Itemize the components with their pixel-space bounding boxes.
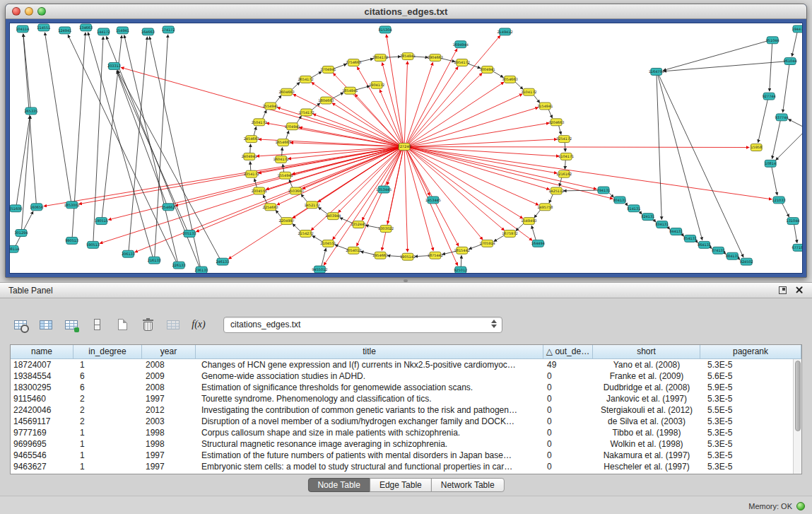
- row-height-icon[interactable]: [86, 315, 107, 334]
- table-cell[interactable]: Estimation of significance thresholds fo…: [196, 382, 543, 393]
- graph-edge[interactable]: [794, 224, 797, 243]
- close-window-button[interactable]: [12, 7, 20, 16]
- table-row[interactable]: 1938455462009Genome-wide association stu…: [11, 370, 793, 382]
- graph-node[interactable]: 1854941: [342, 87, 358, 94]
- graph-edge[interactable]: [117, 71, 166, 204]
- graph-node[interactable]: 927744: [763, 93, 776, 100]
- graph-edge[interactable]: [565, 143, 565, 152]
- graph-edge[interactable]: [461, 255, 461, 267]
- window-titlebar[interactable]: citations_edges.txt: [6, 4, 806, 19]
- table-row[interactable]: 969969511998Structural magnetic resonanc…: [11, 438, 793, 450]
- table-cell[interactable]: 5.9E-5: [700, 382, 793, 393]
- graph-edge[interactable]: [286, 131, 289, 139]
- table-cell[interactable]: Estimation of the future numbers of pati…: [196, 450, 543, 461]
- graph-node[interactable]: 108114: [10, 245, 19, 252]
- graph-edge[interactable]: [16, 116, 30, 205]
- graph-node[interactable]: 15958: [751, 144, 762, 151]
- graph-edge[interactable]: [23, 34, 30, 107]
- table-cell[interactable]: Corpus callosum shape and size in male p…: [196, 427, 543, 438]
- table-row[interactable]: 2242004622012Investigating the contribut…: [11, 404, 793, 416]
- graph-node[interactable]: 1904172: [369, 81, 384, 88]
- graph-edge[interactable]: [788, 119, 802, 127]
- import-table-icon[interactable]: [163, 315, 184, 334]
- graph-node[interactable]: 1495758: [537, 204, 553, 211]
- graph-node[interactable]: 9455012: [312, 266, 327, 273]
- graph-edge[interactable]: [355, 94, 400, 144]
- table-cell[interactable]: 6: [73, 382, 142, 393]
- graph-node[interactable]: 3154941: [537, 103, 553, 110]
- graph-node[interactable]: 951044: [766, 37, 779, 44]
- table-cell[interactable]: 0: [543, 393, 593, 404]
- graph-node[interactable]: 10814: [765, 160, 776, 167]
- graph-node[interactable]: 854131: [683, 235, 697, 242]
- graph-edge[interactable]: [758, 100, 768, 143]
- table-cell[interactable]: Jankovic et al. (1997): [593, 393, 700, 404]
- table-cell[interactable]: 19384554: [11, 370, 73, 382]
- table-cell[interactable]: Hescheler et al. (1997): [593, 461, 700, 472]
- graph-node[interactable]: 2404941: [242, 153, 257, 160]
- graph-node[interactable]: 2704941: [320, 66, 336, 73]
- table-cell[interactable]: Yano et al. (2008): [593, 359, 700, 370]
- graph-node[interactable]: 131044: [787, 218, 800, 225]
- table-cell[interactable]: 1997: [142, 450, 196, 461]
- graph-node[interactable]: 794131: [596, 187, 610, 194]
- graph-node[interactable]: 1853002: [64, 201, 80, 209]
- graph-edge[interactable]: [45, 33, 71, 201]
- graph-edge[interactable]: [413, 57, 428, 57]
- graph-node[interactable]: 2454663: [244, 136, 259, 143]
- graph-node[interactable]: 2654172: [298, 76, 313, 83]
- table-cell[interactable]: 0: [543, 450, 593, 461]
- network-view-canvas[interactable]: 7272401104171121616214251121495758154949…: [9, 23, 803, 274]
- table-cell[interactable]: 0: [543, 404, 593, 416]
- graph-edge[interactable]: [78, 147, 399, 204]
- float-panel-icon[interactable]: [779, 286, 787, 294]
- table-cell[interactable]: 1: [73, 450, 142, 461]
- table-cell[interactable]: 1: [73, 359, 142, 370]
- graph-node[interactable]: 160656: [30, 204, 43, 211]
- table-row[interactable]: 1830029562008Estimation of significance …: [11, 382, 793, 393]
- graph-edge[interactable]: [776, 131, 802, 160]
- graph-edge[interactable]: [263, 195, 267, 204]
- graph-node[interactable]: 1954663: [372, 252, 388, 259]
- table-row[interactable]: 977716911998Corpus callosum shape and si…: [11, 427, 793, 438]
- graph-node[interactable]: 1164794: [649, 68, 664, 75]
- graph-node[interactable]: 251600: [10, 205, 22, 212]
- table-cell[interactable]: 22420046: [11, 404, 73, 416]
- graph-node[interactable]: 144172: [97, 28, 110, 35]
- graph-node[interactable]: 246133: [216, 258, 229, 265]
- table-cell[interactable]: 5.3E-5: [700, 359, 793, 370]
- graph-edge[interactable]: [404, 150, 407, 252]
- graph-node[interactable]: 677180: [792, 244, 802, 251]
- table-cell[interactable]: 1997: [142, 393, 196, 404]
- table-cell[interactable]: Wolkin et al. (1998): [593, 438, 700, 450]
- graph-node[interactable]: 1905142: [400, 253, 416, 260]
- table-cell[interactable]: 2008: [142, 359, 196, 370]
- table-cell[interactable]: 2012: [142, 404, 196, 416]
- table-row[interactable]: 1872400712008Changes of HCN gene express…: [11, 359, 793, 370]
- graph-edge[interactable]: [44, 147, 399, 206]
- graph-edge[interactable]: [658, 75, 702, 240]
- graph-node[interactable]: 164494: [531, 240, 545, 247]
- graph-edge[interactable]: [534, 209, 541, 218]
- graph-node[interactable]: 2554941: [263, 103, 278, 110]
- table-cell[interactable]: 5.3E-5: [700, 450, 793, 461]
- graph-edge[interactable]: [250, 161, 251, 170]
- graph-edge[interactable]: [783, 64, 789, 112]
- graph-node[interactable]: 937744: [775, 114, 789, 121]
- graph-node[interactable]: 884131: [726, 252, 739, 259]
- graph-node[interactable]: 3104172: [521, 88, 536, 95]
- graph-edge[interactable]: [332, 103, 399, 145]
- graph-node[interactable]: 814131: [627, 205, 640, 212]
- graph-edge[interactable]: [559, 125, 561, 134]
- graph-node[interactable]: 2754663: [346, 59, 361, 66]
- graph-edge[interactable]: [410, 148, 550, 189]
- graph-node[interactable]: 874131: [712, 247, 725, 254]
- graph-edge[interactable]: [129, 37, 147, 250]
- graph-node[interactable]: 1425112: [548, 187, 564, 194]
- graph-node[interactable]: 1804663: [318, 97, 334, 104]
- table-cell[interactable]: 6: [73, 370, 142, 382]
- table-cell[interactable]: 1998: [142, 427, 196, 438]
- graph-node[interactable]: 2204997: [279, 218, 295, 225]
- memory-status-icon[interactable]: [796, 502, 805, 510]
- graph-edge[interactable]: [772, 121, 781, 159]
